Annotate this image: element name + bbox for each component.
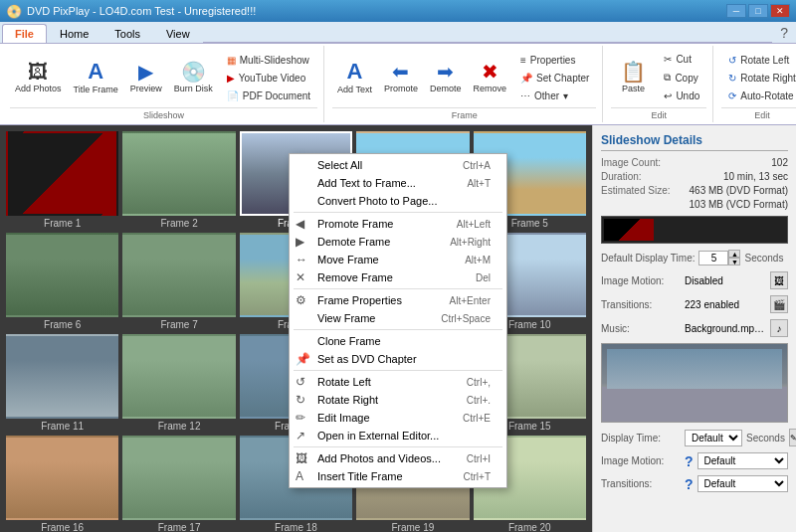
thumbnail-17[interactable]: Frame 17 [122,436,235,532]
maximize-button[interactable]: □ [748,4,768,18]
music-edit-btn[interactable]: ♪ [770,319,788,337]
panel-title: Slideshow Details [601,133,788,151]
add-photos-label: Add Photos [15,84,62,93]
undo-button[interactable]: ↩ Undo [657,88,706,104]
thumb-label-20: Frame 20 [508,522,551,532]
duration-label: Duration: [601,171,642,182]
transitions-bottom-select[interactable]: Default [697,475,788,492]
tab-tools[interactable]: Tools [101,24,153,43]
cut-button[interactable]: ✂ Cut [657,51,706,68]
transitions-edit-btn[interactable]: 🎬 [770,295,788,313]
set-chapter-icon: 📌 [520,73,532,84]
est-size-row: Estimated Size: 463 MB (DVD Format) [601,185,788,196]
ctx-label-demote-frame: Demote Frame [317,236,390,248]
ctx-label-view-frame: View Frame [317,312,375,324]
ctx-item-insert-title-frame[interactable]: A Insert Title Frame Ctrl+T [290,467,506,485]
ctx-item-remove-frame[interactable]: ✕ Remove Frame Del [290,268,506,286]
thumbnail-6[interactable]: Frame 6 [6,233,118,330]
tab-file[interactable]: File [2,24,47,43]
ctx-shortcut-rotate-right: Ctrl+. [467,395,491,406]
set-chapter-button[interactable]: 📌 Set Chapter [513,70,596,87]
close-button[interactable]: ✕ [770,4,790,18]
edit-group-label: Edit [721,107,796,120]
ctx-item-move-frame[interactable]: ↔ Move Frame Alt+M [290,251,506,268]
ribbon: 🖼 Add Photos A Title Frame ▶ Preview 💿 B… [0,44,796,125]
minimize-button[interactable]: ─ [726,4,746,18]
ctx-separator [294,212,502,213]
thumbnail-16[interactable]: Frame 16 [6,436,118,532]
rotate-right-button[interactable]: ↻ Rotate Right [721,70,796,87]
thumbnail-11[interactable]: Frame 11 [6,334,118,432]
ctx-item-promote-frame[interactable]: ◀ Promote Frame Alt+Left [290,215,506,233]
youtube-video-button[interactable]: ▶ YouTube Video [220,70,317,87]
image-count-label: Image Count: [601,157,661,168]
ctx-separator [294,370,502,371]
paste-label: Paste [622,84,645,93]
promote-button[interactable]: ⬅ Promote [379,59,423,96]
thumbnail-7[interactable]: Frame 7 [122,233,235,330]
burn-disk-button[interactable]: 💿 Burn Disk [169,59,218,96]
ctx-item-add-photos-videos[interactable]: 🖼 Add Photos and Videos... Ctrl+I [290,449,506,467]
thumb-img-2 [122,131,235,216]
ribbon-group-frame: A Add Text ⬅ Promote ➡ Demote ✖ Remove ≡… [326,46,603,122]
paste-button[interactable]: 📋 Paste [611,59,655,96]
ctx-item-add-text-to-frame[interactable]: Add Text to Frame... Alt+T [290,174,506,192]
ctx-item-clone-frame[interactable]: Clone Frame [290,332,506,350]
multi-slideshow-button[interactable]: ▦ Multi-Slideshow [220,52,317,69]
ctx-item-frame-properties[interactable]: ⚙ Frame Properties Alt+Enter [290,291,506,309]
thumbnail-1[interactable]: Frame 1 [6,131,118,229]
preview-button[interactable]: ▶ Preview [125,59,167,96]
ctx-icon-rotate-right: ↻ [296,393,305,407]
spin-buttons: ▲ ▼ [728,250,740,266]
ctx-item-edit-image[interactable]: ✏ Edit Image Ctrl+E [290,409,506,427]
properties-button[interactable]: ≡ Properties [513,52,596,69]
image-motion-bottom-select[interactable]: Default [697,452,788,469]
ctx-item-rotate-left[interactable]: ↺ Rotate Left Ctrl+, [290,373,506,391]
thumb-label-7: Frame 7 [160,319,197,330]
context-menu: Select All Ctrl+A Add Text to Frame... A… [289,153,507,488]
ctx-item-view-frame[interactable]: View Frame Ctrl+Space [290,309,506,327]
image-motion-row: Image Motion: Disabled 🖼 [601,271,788,289]
spin-down[interactable]: ▼ [728,258,740,266]
thumbnail-2[interactable]: Frame 2 [122,131,235,229]
spin-up[interactable]: ▲ [728,250,740,258]
tab-view[interactable]: View [153,24,203,43]
ribbon-group-slideshow: 🖼 Add Photos A Title Frame ▶ Preview 💿 B… [4,46,324,122]
transitions-bottom-label: Transitions: [601,478,681,489]
thumb-img-7 [122,233,235,317]
title-frame-button[interactable]: A Title Frame [69,58,123,97]
ctx-item-select-all[interactable]: Select All Ctrl+A [290,156,506,174]
other-button[interactable]: ⋯ Other ▾ [513,88,596,104]
demote-button[interactable]: ➡ Demote [425,59,467,96]
pdf-document-button[interactable]: 📄 PDF Document [220,88,317,104]
tab-home[interactable]: Home [47,24,101,43]
remove-button[interactable]: ✖ Remove [469,59,512,96]
ctx-label-set-dvd-chapter: Set as DVD Chapter [317,353,417,365]
ctx-shortcut-select-all: Ctrl+A [463,160,491,171]
ctx-item-open-external[interactable]: ↗ Open in External Editor... [290,427,506,444]
ctx-shortcut-frame-properties: Alt+Enter [450,295,491,306]
thumbnail-12[interactable]: Frame 12 [122,334,235,432]
multi-slideshow-label: Multi-Slideshow [240,55,309,66]
image-motion-bottom-label: Image Motion: [601,455,681,466]
ctx-item-rotate-right[interactable]: ↻ Rotate Right Ctrl+. [290,391,506,409]
ctx-item-set-dvd-chapter[interactable]: 📌 Set as DVD Chapter [290,350,506,368]
display-time-input[interactable] [698,251,728,266]
thumb-img-1 [6,131,118,216]
add-photos-button[interactable]: 🖼 Add Photos [10,59,67,96]
help-icon[interactable]: ? [772,23,796,43]
ctx-label-clone-frame: Clone Frame [317,335,381,347]
ctx-item-demote-frame[interactable]: ▶ Demote Frame Alt+Right [290,233,506,251]
ctx-item-convert-photo[interactable]: Convert Photo to Page... [290,192,506,210]
thumb-img-6 [6,233,118,317]
image-motion-edit-btn[interactable]: 🖼 [770,271,788,289]
copy-button[interactable]: ⧉ Copy [657,69,706,87]
title-frame-label: Title Frame [74,85,118,94]
auto-rotate-button[interactable]: ⟳ Auto-Rotate [721,88,796,104]
frame-buttons: A Add Text ⬅ Promote ➡ Demote ✖ Remove ≡… [332,48,596,107]
add-text-button[interactable]: A Add Text [332,58,377,97]
display-time-clear-btn[interactable]: ✎ [789,429,796,446]
display-time-bottom-select[interactable]: Default [685,430,742,446]
rotate-left-button[interactable]: ↺ Rotate Left [721,52,796,69]
thumb-label-12: Frame 12 [158,421,201,432]
